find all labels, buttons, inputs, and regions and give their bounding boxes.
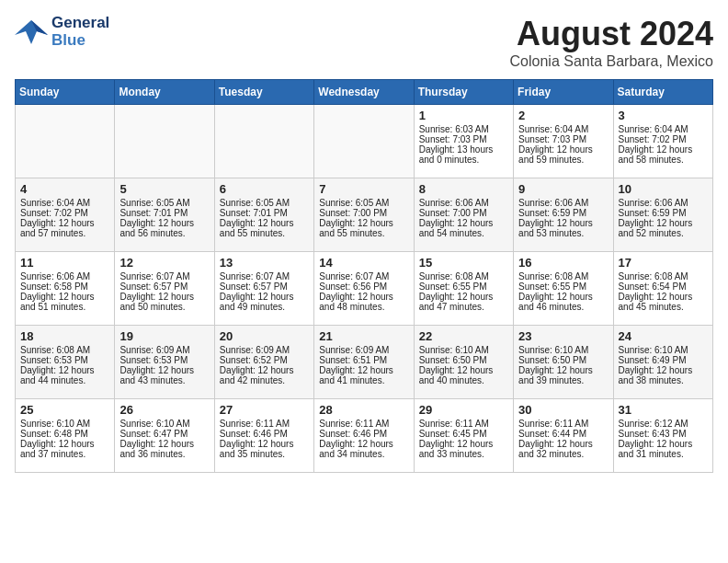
day-info: and 57 minutes.	[20, 228, 109, 238]
day-info: Sunset: 7:02 PM	[20, 208, 109, 218]
calendar-cell: 27Sunrise: 6:11 AMSunset: 6:46 PMDayligh…	[214, 399, 313, 473]
day-info: Sunrise: 6:06 AM	[619, 198, 708, 208]
day-info: Daylight: 12 hours	[119, 218, 209, 228]
day-info: Sunset: 6:58 PM	[20, 282, 109, 292]
day-info: Sunrise: 6:11 AM	[419, 419, 508, 429]
calendar-cell: 2Sunrise: 6:04 AMSunset: 7:03 PMDaylight…	[514, 105, 613, 178]
day-header-tuesday: Tuesday	[214, 80, 313, 105]
day-info: Sunset: 6:53 PM	[20, 355, 109, 365]
day-info: Sunrise: 6:11 AM	[319, 419, 408, 429]
calendar-cell: 12Sunrise: 6:07 AMSunset: 6:57 PMDayligh…	[115, 252, 214, 326]
subtitle: Colonia Santa Barbara, Mexico	[510, 53, 713, 70]
calendar-cell: 5Sunrise: 6:05 AMSunset: 7:01 PMDaylight…	[115, 178, 214, 252]
day-number: 4	[20, 182, 109, 196]
day-info: Sunrise: 6:06 AM	[20, 271, 109, 282]
day-info: Daylight: 13 hours	[419, 144, 508, 155]
calendar-cell: 21Sunrise: 6:09 AMSunset: 6:51 PMDayligh…	[314, 326, 414, 399]
day-info: and 58 minutes.	[619, 155, 708, 165]
calendar-cell: 8Sunrise: 6:06 AMSunset: 7:00 PMDaylight…	[414, 178, 513, 252]
day-info: Sunrise: 6:10 AM	[119, 419, 209, 429]
calendar-cell: 29Sunrise: 6:11 AMSunset: 6:45 PMDayligh…	[414, 399, 513, 473]
day-number: 27	[220, 403, 309, 417]
day-info: Sunset: 7:00 PM	[419, 208, 508, 218]
day-info: and 47 minutes.	[419, 302, 508, 312]
day-info: Sunset: 6:51 PM	[319, 355, 408, 365]
day-info: and 42 minutes.	[220, 375, 309, 385]
day-info: Daylight: 12 hours	[319, 292, 408, 302]
day-number: 8	[419, 182, 508, 196]
day-info: and 55 minutes.	[220, 228, 309, 238]
day-info: Sunrise: 6:10 AM	[518, 345, 608, 355]
calendar-cell: 26Sunrise: 6:10 AMSunset: 6:47 PMDayligh…	[115, 399, 214, 473]
day-info: and 35 minutes.	[220, 449, 309, 459]
day-info: Daylight: 12 hours	[119, 439, 209, 449]
calendar-cell: 9Sunrise: 6:06 AMSunset: 6:59 PMDaylight…	[514, 178, 613, 252]
day-info: and 39 minutes.	[518, 375, 608, 385]
day-info: Daylight: 12 hours	[220, 218, 309, 228]
day-number: 23	[518, 329, 608, 343]
day-number: 14	[319, 256, 408, 270]
day-info: and 44 minutes.	[20, 375, 109, 385]
calendar-cell: 3Sunrise: 6:04 AMSunset: 7:02 PMDaylight…	[613, 105, 712, 178]
day-info: Sunset: 7:02 PM	[619, 134, 708, 144]
main-title: August 2024	[510, 15, 713, 53]
day-info: Sunrise: 6:12 AM	[619, 419, 708, 429]
day-info: Sunset: 6:45 PM	[419, 429, 508, 439]
day-info: Sunset: 6:59 PM	[518, 208, 608, 218]
day-info: Daylight: 12 hours	[20, 218, 109, 228]
day-info: Sunset: 6:55 PM	[518, 282, 608, 292]
day-info: Daylight: 12 hours	[319, 365, 408, 375]
day-info: and 38 minutes.	[619, 375, 708, 385]
day-info: Daylight: 12 hours	[518, 292, 608, 302]
day-number: 24	[619, 329, 708, 343]
day-number: 22	[419, 329, 508, 343]
day-info: Sunset: 6:44 PM	[518, 429, 608, 439]
day-info: Sunrise: 6:05 AM	[119, 198, 209, 208]
day-info: Sunset: 6:50 PM	[518, 355, 608, 365]
page-header: General Blue August 2024 Colonia Santa B…	[15, 15, 713, 70]
day-info: Sunrise: 6:05 AM	[220, 198, 309, 208]
day-info: Daylight: 12 hours	[220, 365, 309, 375]
day-header-saturday: Saturday	[613, 80, 712, 105]
day-info: Sunrise: 6:08 AM	[20, 345, 109, 355]
day-info: Sunrise: 6:08 AM	[419, 271, 508, 282]
day-info: and 53 minutes.	[518, 228, 608, 238]
calendar-cell: 10Sunrise: 6:06 AMSunset: 6:59 PMDayligh…	[613, 178, 712, 252]
day-info: Sunset: 6:48 PM	[20, 429, 109, 439]
day-info: and 55 minutes.	[319, 228, 408, 238]
day-header-thursday: Thursday	[414, 80, 513, 105]
day-header-monday: Monday	[115, 80, 214, 105]
day-info: and 45 minutes.	[619, 302, 708, 312]
calendar-cell: 20Sunrise: 6:09 AMSunset: 6:52 PMDayligh…	[214, 326, 313, 399]
day-info: Sunset: 6:52 PM	[220, 355, 309, 365]
day-info: Sunrise: 6:10 AM	[619, 345, 708, 355]
day-number: 12	[119, 256, 209, 270]
day-info: and 32 minutes.	[518, 449, 608, 459]
logo-bird-icon	[15, 18, 48, 46]
day-info: Sunset: 6:57 PM	[119, 282, 209, 292]
calendar-cell: 19Sunrise: 6:09 AMSunset: 6:53 PMDayligh…	[115, 326, 214, 399]
day-info: and 56 minutes.	[119, 228, 209, 238]
day-number: 26	[119, 403, 209, 417]
day-number: 3	[619, 109, 708, 122]
day-info: Sunrise: 6:09 AM	[319, 345, 408, 355]
calendar-cell: 31Sunrise: 6:12 AMSunset: 6:43 PMDayligh…	[613, 399, 712, 473]
calendar-cell: 13Sunrise: 6:07 AMSunset: 6:57 PMDayligh…	[214, 252, 313, 326]
calendar-cell: 25Sunrise: 6:10 AMSunset: 6:48 PMDayligh…	[16, 399, 115, 473]
logo: General Blue	[15, 15, 109, 49]
day-number: 31	[619, 403, 708, 417]
day-info: and 51 minutes.	[20, 302, 109, 312]
day-info: Daylight: 12 hours	[20, 365, 109, 375]
day-info: Daylight: 12 hours	[319, 218, 408, 228]
day-info: and 52 minutes.	[619, 228, 708, 238]
day-info: Sunrise: 6:08 AM	[619, 271, 708, 282]
day-info: Sunrise: 6:06 AM	[518, 198, 608, 208]
calendar-cell: 28Sunrise: 6:11 AMSunset: 6:46 PMDayligh…	[314, 399, 414, 473]
day-info: Daylight: 12 hours	[20, 439, 109, 449]
day-info: Sunset: 6:55 PM	[419, 282, 508, 292]
day-number: 28	[319, 403, 408, 417]
day-info: Sunrise: 6:10 AM	[419, 345, 508, 355]
day-info: and 46 minutes.	[518, 302, 608, 312]
calendar-cell: 24Sunrise: 6:10 AMSunset: 6:49 PMDayligh…	[613, 326, 712, 399]
day-number: 17	[619, 256, 708, 270]
